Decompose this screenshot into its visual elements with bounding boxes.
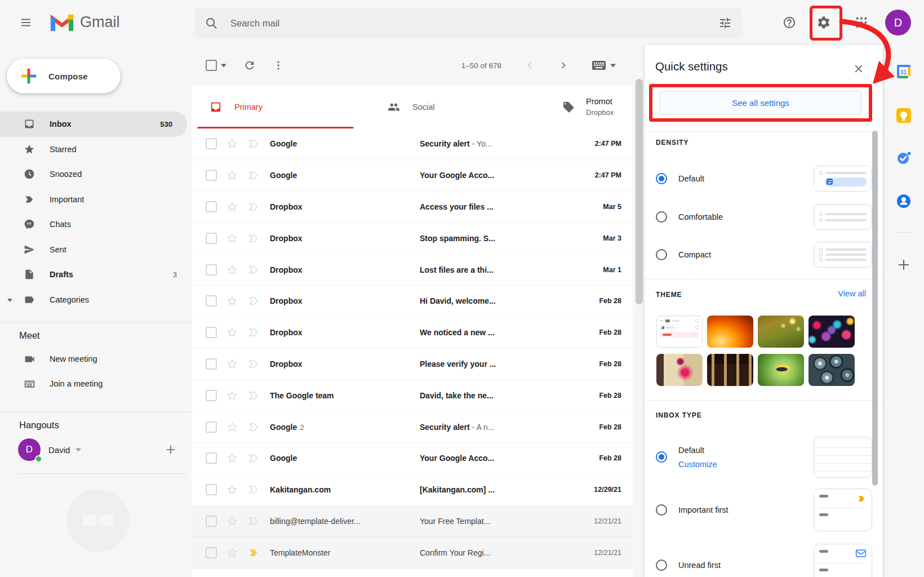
theme-thumbnail-default[interactable] (656, 316, 703, 348)
sidebar-item-inbox[interactable]: Inbox 530 (0, 112, 187, 137)
email-row[interactable]: Google Your Google Acco... Feb 28 (192, 443, 633, 474)
more-options-icon[interactable] (273, 60, 284, 71)
theme-thumbnail-bokeh[interactable] (808, 316, 855, 348)
inbox-type-option-unread-first[interactable]: Unread first (656, 543, 872, 577)
sidebar-item-snoozed[interactable]: Snoozed (0, 162, 192, 187)
star-icon[interactable] (226, 169, 238, 181)
panel-scrollbar[interactable] (872, 131, 878, 486)
google-apps-icon[interactable] (848, 9, 875, 36)
tab-primary[interactable]: Primary (192, 86, 354, 128)
sidebar-item-categories[interactable]: Categories (0, 287, 192, 313)
contacts-icon[interactable] (895, 193, 912, 210)
email-row[interactable]: Dropbox Please verify your ... Feb 28 (192, 349, 633, 380)
search-options-icon[interactable] (718, 16, 732, 30)
importance-marker-icon[interactable] (247, 137, 260, 150)
star-icon[interactable] (226, 547, 238, 559)
row-checkbox[interactable] (206, 264, 217, 276)
email-row[interactable]: TemplateMonster Confirm Your Regi... 12/… (192, 537, 633, 569)
row-checkbox[interactable] (206, 547, 217, 558)
email-row[interactable]: Google2 Security alert- A n... Feb 28 (192, 411, 633, 443)
star-icon[interactable] (226, 295, 238, 307)
row-checkbox[interactable] (206, 421, 217, 433)
row-checkbox[interactable] (206, 201, 217, 212)
refresh-icon[interactable] (243, 59, 256, 72)
star-icon[interactable] (226, 232, 238, 245)
customize-link[interactable]: Customize (678, 460, 717, 469)
star-icon[interactable] (226, 515, 238, 527)
importance-marker-icon[interactable] (247, 232, 260, 245)
row-checkbox[interactable] (206, 358, 217, 370)
newer-page-icon[interactable] (524, 60, 535, 71)
radio-icon[interactable] (656, 211, 667, 223)
row-checkbox[interactable] (206, 516, 217, 527)
importance-marker-icon[interactable] (247, 201, 260, 213)
importance-marker-icon[interactable] (247, 515, 260, 527)
theme-thumbnail-chess[interactable] (707, 354, 753, 386)
theme-thumbnail-canyon[interactable] (707, 316, 753, 348)
select-dropdown-icon[interactable] (221, 63, 226, 68)
importance-marker-icon[interactable] (247, 169, 260, 181)
importance-marker-icon[interactable] (247, 452, 260, 464)
email-row[interactable]: billing@template-deliver... Your Free Te… (192, 506, 633, 538)
search-icon[interactable] (205, 16, 218, 30)
radio-icon[interactable] (656, 249, 667, 260)
sidebar-item-chats[interactable]: Chats (0, 212, 192, 237)
email-row[interactable]: Dropbox Access your files ... Mar 5 (192, 192, 633, 223)
theme-thumbnail-caterpillar[interactable] (758, 354, 804, 386)
input-method-icon[interactable] (592, 59, 606, 72)
tab-social[interactable]: Social (354, 86, 517, 128)
inbox-type-option-important-first[interactable]: Important first (656, 488, 872, 532)
row-checkbox[interactable] (206, 327, 217, 338)
tab-promotions[interactable]: Promot Dropbox (517, 86, 633, 128)
sidebar-item-starred[interactable]: Starred (0, 137, 192, 162)
theme-thumbnail-moss[interactable] (758, 316, 804, 348)
importance-marker-icon[interactable] (247, 483, 260, 496)
email-row[interactable]: Google Your Google Acco... 2:47 PM (192, 160, 633, 192)
chevron-down-icon[interactable] (75, 447, 81, 452)
star-icon[interactable] (226, 421, 238, 433)
radio-selected-icon[interactable] (656, 173, 667, 184)
older-page-icon[interactable] (558, 60, 569, 71)
see-all-settings-button[interactable]: See all settings (660, 91, 861, 115)
radio-selected-icon[interactable] (656, 451, 667, 463)
search-input[interactable]: Search mail (194, 7, 742, 39)
radio-icon[interactable] (656, 504, 667, 516)
row-checkbox[interactable] (206, 233, 217, 244)
calendar-icon[interactable]: 31 (895, 63, 912, 80)
row-checkbox[interactable] (206, 452, 217, 464)
row-checkbox[interactable] (206, 390, 217, 401)
new-conversation-plus-icon[interactable] (165, 443, 177, 456)
density-option-default[interactable]: Default (656, 166, 872, 192)
sidebar-item-sent[interactable]: Sent (0, 237, 192, 263)
importance-marker-icon-active[interactable] (247, 547, 260, 559)
star-icon[interactable] (226, 201, 238, 213)
row-checkbox[interactable] (206, 138, 217, 149)
keep-icon[interactable] (895, 107, 912, 124)
email-row[interactable]: Kakitangan.com [Kakitangan.com] ... 12/2… (192, 474, 633, 506)
star-icon[interactable] (226, 326, 238, 339)
email-row[interactable]: Dropbox Hi David, welcome... Feb 28 (192, 286, 633, 317)
star-icon[interactable] (226, 389, 238, 402)
close-icon[interactable] (851, 61, 867, 77)
theme-thumbnail-pipes[interactable] (808, 354, 855, 386)
density-option-compact[interactable]: Compact (656, 242, 872, 268)
email-row[interactable]: Dropbox We noticed a new ... Feb 28 (192, 317, 633, 349)
compose-button[interactable]: Compose (7, 59, 121, 94)
density-option-comfortable[interactable]: Comfortable (656, 204, 872, 230)
email-row[interactable]: Dropbox Lost files are a thi... Mar 1 (192, 254, 633, 286)
list-scrollbar[interactable] (636, 79, 643, 304)
row-checkbox[interactable] (206, 295, 217, 307)
row-checkbox[interactable] (206, 170, 217, 181)
importance-marker-icon[interactable] (247, 295, 260, 307)
input-method-dropdown-icon[interactable] (610, 63, 616, 68)
importance-marker-icon[interactable] (247, 389, 260, 402)
select-all-checkbox[interactable] (206, 60, 217, 71)
hangouts-contact-row[interactable]: D David (0, 434, 192, 465)
expand-chevron-icon[interactable] (7, 298, 12, 303)
inbox-type-option-default[interactable]: Default Customize (656, 433, 872, 481)
star-icon[interactable] (226, 264, 238, 276)
sidebar-item-drafts[interactable]: Drafts 3 (0, 262, 192, 287)
sidebar-item-important[interactable]: Important (0, 187, 192, 212)
theme-view-all-link[interactable]: View all (838, 289, 866, 298)
star-icon[interactable] (226, 483, 238, 496)
